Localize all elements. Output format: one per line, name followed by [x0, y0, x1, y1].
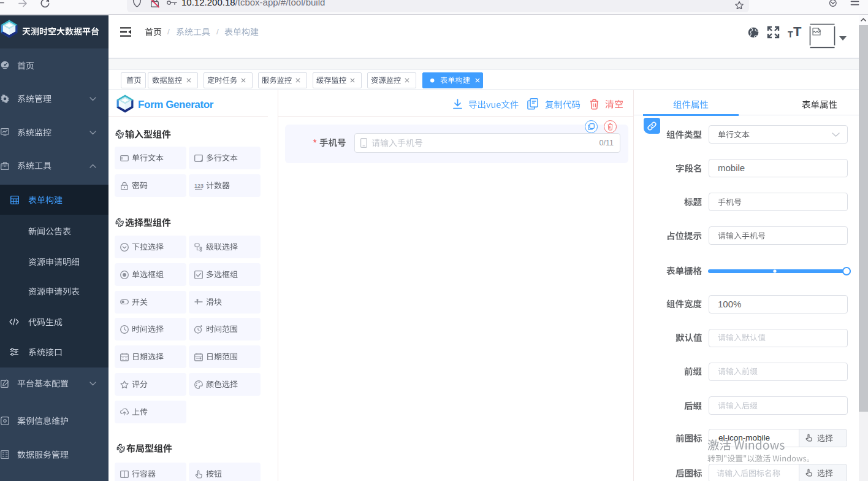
- svg-text:123: 123: [194, 183, 204, 189]
